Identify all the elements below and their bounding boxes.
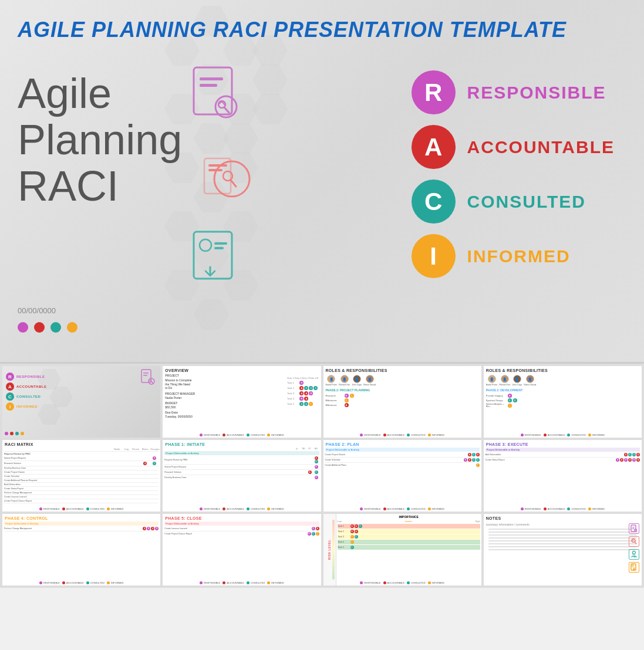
dot-red	[34, 322, 45, 333]
svg-point-27	[632, 540, 633, 541]
thumbnail-raci-legend[interactable]: R RESPONSIBLE A ACCOUNTABLE C CONSULTED …	[2, 366, 160, 438]
raci-label-a: ACCOUNTABLE	[467, 137, 615, 157]
svg-rect-10	[194, 232, 232, 279]
thumb4-title: ROLES & RESPONSIBILITIES	[484, 366, 642, 374]
doc-icons-area-mid	[200, 153, 258, 214]
thumb9-content: Project Deliverable or Activity Perform …	[2, 522, 160, 531]
raci-circle-a: A	[412, 125, 456, 169]
thumb4-footer: RESPONSIBLE ACCOUNTABLE CONSULTED INFORM…	[484, 434, 642, 436]
thumb2-tasks: Role 1Role 2Role 3Role 4R Task 1 R Task …	[287, 377, 318, 406]
dot-teal	[50, 322, 61, 333]
svg-line-19	[151, 381, 153, 384]
document-icon-mid	[200, 153, 258, 211]
svg-rect-16	[143, 375, 147, 376]
raci-item-a: A ACCOUNTABLE	[412, 125, 615, 169]
thumb11-axis: RISK LEVEL	[323, 514, 336, 585]
avatar7: 👤	[513, 375, 521, 383]
svg-rect-32	[632, 567, 635, 568]
thumb10-title: PHASE 5: CLOSE	[163, 514, 321, 522]
color-dots	[18, 322, 77, 333]
thumb5-footer: RESPONSIBLE ACCOUNTABLE CONSULTED INFORM…	[2, 507, 160, 510]
thumbnail-roles1[interactable]: ROLES & RESPONSIBILITIES 👤 Nadia Porter …	[323, 366, 481, 438]
thumbnail-phase3[interactable]: PHASE 3: EXECUTE Project Deliverable or …	[484, 440, 642, 512]
thumbnail-phase4[interactable]: PHASE 4: CONTROL Project Deliverable or …	[2, 514, 160, 585]
svg-rect-7	[208, 164, 227, 167]
avatar4: 👤	[366, 375, 374, 383]
avatar3: 👤	[353, 375, 361, 383]
raci-circle-c: C	[412, 180, 456, 224]
svg-rect-8	[208, 169, 222, 171]
thumb1-dot-purple	[5, 432, 8, 435]
thumb7-footer: RESPONSIBLE ACCOUNTABLE CONSULTED INFORM…	[323, 507, 481, 510]
note-line5	[488, 540, 637, 541]
thumb12-search-icon	[629, 536, 639, 547]
thumb10-footer: RESPONSIBLE ACCOUNTABLE CONSULTED INFORM…	[163, 581, 321, 584]
note-line3	[488, 534, 637, 536]
thumbnail-phase2[interactable]: PHASE 2: PLAN Project Deliverable or Act…	[323, 440, 481, 512]
thumb11-main: IMPORTANCE Low●●●●●High Task 1 A A C Tas…	[336, 514, 481, 585]
thumbnail-phase5[interactable]: PHASE 5: CLOSE Project Deliverable or Ac…	[163, 514, 321, 585]
svg-rect-13	[214, 247, 224, 249]
thumb9-footer: RESPONSIBLE ACCOUNTABLE CONSULTED INFORM…	[2, 581, 160, 584]
raci-circle-i: I	[412, 234, 456, 278]
avatar2: 👤	[340, 375, 349, 383]
thumb3-title: ROLES & RESPONSIBILITIES	[323, 366, 481, 374]
thumb8-content: Project Deliverable or Activity Add Deli…	[484, 448, 642, 462]
thumb3-footer: RESPONSIBLE ACCOUNTABLE CONSULTED INFORM…	[323, 434, 481, 436]
document-icon-bottom	[188, 229, 252, 293]
avatar8: 👤	[526, 375, 534, 383]
thumb1-dots	[5, 432, 24, 435]
doc-icons-area-bottom	[188, 229, 252, 296]
note-line8	[488, 549, 637, 550]
thumb12-doc-icon	[629, 523, 639, 534]
doc-icons-area	[188, 65, 252, 131]
thumbnail-risk[interactable]: RISK LEVEL IMPORTANCE Low●●●●●High Task …	[323, 514, 481, 585]
raci-section: R RESPONSIBLE A ACCOUNTABLE C CONSULTED …	[412, 70, 615, 278]
thumb7-title: PHASE 2: PLAN	[323, 440, 481, 448]
thumb1-dot-teal	[15, 432, 19, 435]
thumbnail-roles2[interactable]: ROLES & RESPONSIBILITIES 👤 Nadia Porter …	[484, 366, 642, 438]
thumbnail-overview[interactable]: OVERVIEW PROJECT Mission to Completethe …	[163, 366, 321, 438]
main-title: AGILE PLANNING RACI PRESENTATION TEMPLAT…	[18, 18, 626, 42]
svg-line-26	[635, 542, 637, 544]
thumb1-dot-orange	[21, 432, 24, 435]
thumb12-person-icon	[629, 549, 639, 560]
svg-rect-15	[143, 373, 149, 374]
thumb6-footer: RESPONSIBLE ACCOUNTABLE CONSULTED INFORM…	[163, 507, 321, 510]
raci-circle-r: R	[412, 70, 456, 114]
thumbnail-raci-matrix[interactable]: RACI MATRIX Nadia Ling Renee Elaine Geor…	[2, 440, 160, 512]
thumb11-layout: RISK LEVEL IMPORTANCE Low●●●●●High Task …	[323, 514, 481, 585]
thumb1-docicon	[141, 369, 156, 387]
thumb7-content: Project Deliverable or Activity Create P…	[323, 448, 481, 468]
svg-rect-1	[200, 77, 223, 80]
raci-label-i: INFORMED	[467, 246, 571, 266]
thumb4-phase-label: PHASE 2: DEVELOPMENT	[484, 387, 642, 393]
note-line2	[488, 531, 637, 533]
thumb6-content: PL TM ST AR Project Deliverable or Activ…	[163, 448, 321, 480]
thumb12-upload-icon	[629, 562, 639, 573]
svg-line-24	[636, 531, 637, 532]
note-line7	[488, 546, 637, 547]
thumb4-avatars: 👤 Nadia Porter 👤 Richard Fan 👤 John Cage…	[484, 374, 642, 387]
note-line4	[488, 537, 637, 539]
thumbnail-notes[interactable]: NOTES summary information / comments	[484, 514, 642, 585]
thumbnail-phase1[interactable]: PHASE 1: INITIATE PL TM ST AR Project De…	[163, 440, 321, 512]
thumb3-phase-label: PHASE 2: PROJECT PLANNING	[323, 387, 481, 393]
thumb9-title: PHASE 4: CONTROL	[2, 514, 160, 522]
svg-rect-29	[632, 554, 635, 555]
avatar6: 👤	[501, 375, 509, 383]
svg-rect-0	[194, 67, 232, 114]
svg-point-31	[632, 565, 634, 567]
raci-label-r: RESPONSIBLE	[467, 83, 606, 103]
note-line1	[488, 529, 637, 530]
avatar5: 👤	[488, 375, 496, 383]
raci-label-c: CONSULTED	[467, 192, 586, 212]
svg-rect-12	[214, 242, 227, 245]
thumbnail-grid: R RESPONSIBLE A ACCOUNTABLE C CONSULTED …	[0, 364, 644, 588]
document-icon-top	[188, 65, 252, 129]
thumb12-icons	[629, 523, 639, 573]
note-line6	[488, 543, 637, 544]
thumb1-hexbg	[2, 366, 160, 438]
thumb8-footer: RESPONSIBLE ACCOUNTABLE CONSULTED INFORM…	[484, 507, 642, 510]
dot-orange	[67, 322, 77, 333]
